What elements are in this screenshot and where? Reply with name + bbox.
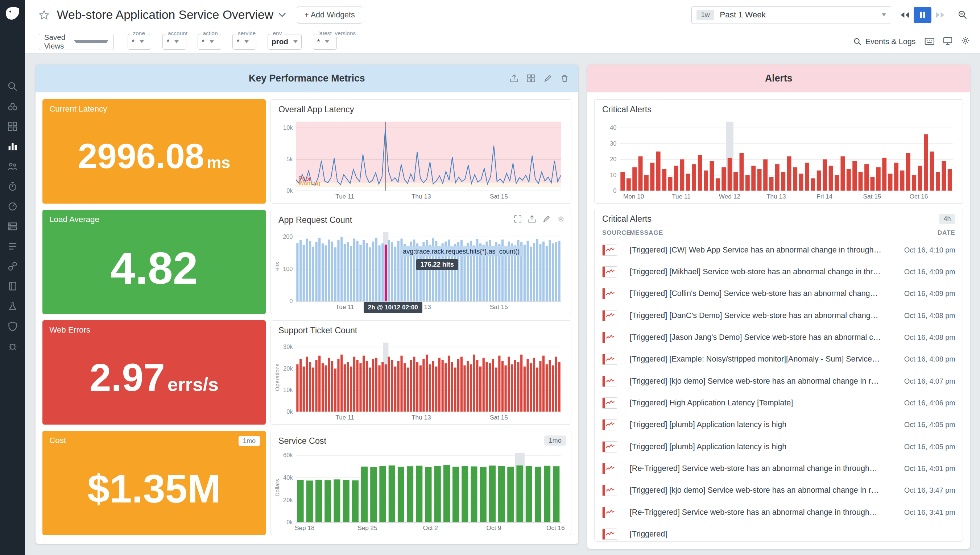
filter-action[interactable]: action *: [198, 34, 222, 50]
alert-row[interactable]: [Triggered] [DanC's Demo] Service web-st…: [595, 305, 962, 326]
dashboards-icon[interactable]: [6, 121, 19, 132]
widget-service-cost[interactable]: Service Cost 1mo 0k20k40k60kSep 18Sep 25…: [270, 431, 571, 535]
monitor-alert-icon: [602, 419, 617, 430]
time-forward-button[interactable]: [932, 7, 947, 23]
metrics-icon[interactable]: [6, 141, 19, 152]
time-back-button[interactable]: [898, 7, 912, 23]
export-icon[interactable]: [528, 215, 536, 223]
edit-icon[interactable]: [544, 74, 552, 82]
alert-row[interactable]: [Triggered] [plumb] Application latency …: [595, 414, 962, 436]
svg-text:Mon 10: Mon 10: [623, 192, 644, 200]
chevron-down-icon: [74, 40, 108, 43]
widget-critical-alerts-chart[interactable]: Critical Alerts 010203040Mon 10Tue 11Wed…: [594, 99, 963, 204]
critical-alerts-chart[interactable]: 010203040Mon 10Tue 11Wed 12Thu 13Fri 14S…: [597, 117, 959, 201]
copy-icon[interactable]: [527, 74, 535, 82]
tile-badge: 1mo: [238, 436, 260, 446]
synthetics-icon[interactable]: [6, 301, 19, 311]
search-icon[interactable]: [6, 81, 19, 91]
alert-row[interactable]: [Triggered] [kjo demo] Service web-store…: [595, 480, 962, 501]
favorite-star-icon[interactable]: [39, 10, 49, 20]
alert-row[interactable]: [Triggered] [kjo demo] Service web-store…: [595, 370, 962, 392]
hosts-icon[interactable]: [6, 221, 19, 231]
logs-icon[interactable]: [6, 241, 19, 252]
svg-text:30k: 30k: [283, 343, 293, 350]
datadog-logo[interactable]: [0, 0, 25, 27]
tile-title: Cost: [42, 431, 266, 450]
svg-text:Fri 14: Fri 14: [816, 192, 832, 200]
tile-value: 4.82: [42, 242, 266, 294]
tile-current-latency[interactable]: Current Latency 2996.08ms: [42, 99, 266, 204]
alert-date: Oct 16, 4:07 pm: [888, 377, 955, 385]
filter-latest_versions[interactable]: latest_versions *: [313, 34, 337, 50]
widget-overall-app-latency[interactable]: Overall App Latency 0k5k10kPoorWarningTu…: [270, 99, 571, 204]
alert-row[interactable]: [Re-Triggered] Service web-store has an …: [595, 457, 962, 479]
infrastructure-icon[interactable]: [6, 161, 19, 172]
gear-icon[interactable]: [961, 36, 970, 48]
tile-value: 2.97errs/s: [42, 355, 266, 400]
console-icon[interactable]: [925, 36, 935, 48]
group-header[interactable]: Key Performance Metrics: [35, 64, 578, 93]
events-logs-button[interactable]: Events & Logs: [853, 37, 916, 47]
apm-icon[interactable]: [6, 181, 19, 192]
add-widgets-button[interactable]: + Add Widgets: [297, 6, 362, 24]
widget-title: Overall App Latency: [271, 99, 571, 114]
tile-load-average[interactable]: Load Average 4.82: [42, 210, 266, 314]
svg-text:Tue 11: Tue 11: [336, 303, 355, 310]
service-cost-chart[interactable]: 0k20k40k60kSep 18Sep 25Oct 2Oct 9Oct 16D…: [274, 448, 567, 532]
monitor-alert-icon: [602, 441, 617, 452]
gear-icon[interactable]: [557, 215, 565, 223]
filter-zone[interactable]: zone *: [128, 34, 151, 50]
tile-cost[interactable]: Cost 1mo $1.35M: [42, 431, 266, 535]
widget-title: Service Cost: [271, 431, 571, 446]
filter-account[interactable]: account *: [163, 34, 187, 50]
ticket-count-chart[interactable]: 0k10k20k30kTue 11Thu 13Sat 15Operations: [274, 338, 567, 422]
tile-value: 2996.08ms: [42, 136, 266, 176]
list-header: SOURCE MESSAGE DATE: [595, 226, 962, 239]
alert-row[interactable]: [Triggered] [Mikhael] Service web-store …: [595, 261, 962, 282]
alert-row[interactable]: [Triggered] [plumb] Application latency …: [595, 436, 962, 457]
tile-web-errors[interactable]: Web Errors 2.97errs/s: [42, 320, 266, 425]
filter-env[interactable]: env prod: [267, 34, 302, 50]
saved-views-select[interactable]: Saved Views: [39, 34, 114, 50]
export-icon[interactable]: [510, 74, 518, 82]
alert-row[interactable]: [Re-Triggered] Service web-store has an …: [595, 501, 962, 523]
svg-text:Sat 15: Sat 15: [490, 414, 508, 421]
alert-row[interactable]: [Triggered] [Jason Jang's Demo] Service …: [595, 326, 962, 348]
filter-service[interactable]: service *: [232, 34, 256, 50]
title-chevron-icon[interactable]: [278, 12, 286, 18]
delete-icon[interactable]: [560, 74, 568, 82]
events-logs-label: Events & Logs: [866, 37, 916, 47]
alert-date: Oct 16, 4:05 pm: [888, 420, 955, 429]
widget-support-ticket-count[interactable]: Support Ticket Count 0k10k20k30kTue 11Th…: [270, 320, 571, 425]
widget-app-request-count[interactable]: App Request Count 0100200Tue 11Thu 13Sat…: [270, 210, 571, 314]
watchdog-icon[interactable]: [6, 101, 19, 112]
group-header[interactable]: Alerts: [587, 64, 970, 93]
alert-message: [Triggered] [Jason Jang's Demo] Service …: [630, 333, 888, 342]
alert-row[interactable]: [Triggered] High Application Latency [Te…: [595, 392, 962, 414]
alert-row[interactable]: [Triggered] [CW] Web App Service has an …: [595, 239, 962, 261]
monitor-alert-icon: [602, 310, 617, 321]
latency-chart[interactable]: 0k5k10kPoorWarningTue 11Thu 13Sat 15: [274, 117, 567, 201]
alert-date: Oct 16, 3:47 pm: [888, 486, 955, 494]
notebooks-icon[interactable]: [6, 281, 19, 292]
alert-row[interactable]: [Triggered] [Example: Noisy/stripped mon…: [595, 348, 962, 370]
pause-button[interactable]: [914, 7, 931, 23]
integrations-icon[interactable]: [6, 261, 19, 271]
fullscreen-icon[interactable]: [514, 215, 522, 223]
widget-critical-alerts-list: Critical Alerts 4h SOURCE MESSAGE DATE […: [594, 209, 963, 542]
alert-date: Oct 16, 4:10 pm: [888, 246, 955, 254]
svg-text:Tue 11: Tue 11: [336, 192, 355, 200]
widget-title: Support Ticket Count: [271, 321, 571, 335]
screen-icon[interactable]: [943, 36, 953, 48]
security-icon[interactable]: [6, 321, 19, 332]
alert-row[interactable]: [Triggered] [Collin's Demo] Service web-…: [595, 283, 962, 305]
bug-tracking-icon[interactable]: [6, 341, 19, 351]
alert-row[interactable]: [Triggered]: [595, 523, 962, 541]
service-map-icon[interactable]: [6, 201, 19, 212]
svg-text:Wed 12: Wed 12: [719, 192, 740, 200]
svg-text:0k: 0k: [286, 187, 293, 194]
zoom-out-icon[interactable]: [955, 7, 970, 23]
edit-icon[interactable]: [543, 215, 550, 223]
chevron-down-icon: [293, 40, 298, 43]
time-range-select[interactable]: 1w Past 1 Week: [691, 6, 891, 24]
